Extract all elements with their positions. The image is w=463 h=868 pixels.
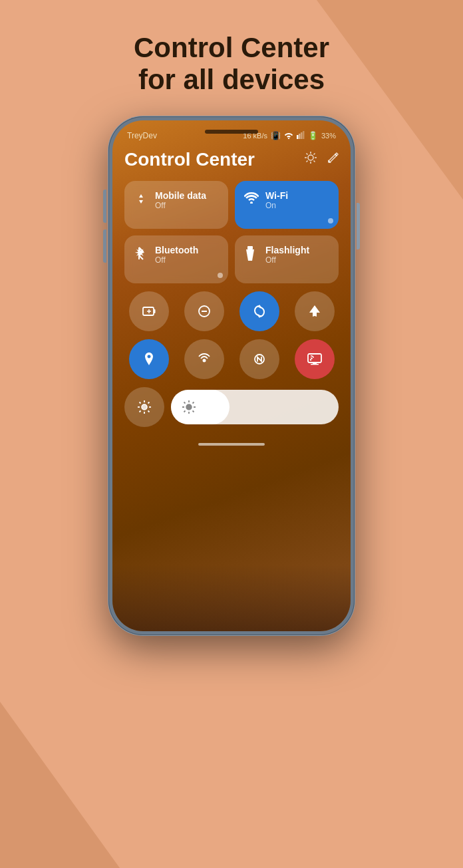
volume-up-button[interactable] bbox=[103, 190, 106, 223]
mobile-data-icon bbox=[134, 192, 148, 210]
flashlight-status: Off bbox=[265, 255, 309, 265]
wifi-tile-icon bbox=[244, 192, 259, 207]
brightness-row bbox=[124, 387, 339, 427]
speaker-grille bbox=[205, 130, 258, 134]
phone-screen: TreyDev 16 kB/s 📳 bbox=[112, 120, 351, 631]
svg-rect-3 bbox=[301, 132, 303, 139]
wifi-status-icon bbox=[284, 131, 293, 141]
svg-line-47 bbox=[184, 402, 186, 403]
phone-frame: TreyDev 16 kB/s 📳 bbox=[108, 116, 355, 635]
svg-point-33 bbox=[142, 404, 147, 410]
dnd-button[interactable] bbox=[184, 291, 224, 331]
bluetooth-icon: ✷ bbox=[134, 246, 148, 264]
svg-rect-30 bbox=[313, 362, 317, 364]
headline-line1: Control Center bbox=[134, 32, 329, 63]
wifi-corner-dot bbox=[328, 218, 333, 223]
mobile-data-tile[interactable]: Mobile data Off bbox=[124, 181, 228, 229]
svg-text:✷: ✷ bbox=[134, 246, 144, 260]
brightness-fill bbox=[171, 390, 230, 424]
wifi-label: Wi-Fi bbox=[265, 190, 288, 201]
brightness-button[interactable] bbox=[124, 387, 164, 427]
mobile-data-status: Off bbox=[155, 201, 206, 210]
svg-line-12 bbox=[314, 154, 315, 155]
nfc-button[interactable] bbox=[239, 339, 279, 379]
quick-tiles-grid: Mobile data Off bbox=[124, 181, 339, 283]
battery-saver-button[interactable] bbox=[129, 291, 169, 331]
edit-icon[interactable] bbox=[327, 152, 339, 167]
headline-line2: for all devices bbox=[138, 64, 325, 95]
cast-button[interactable] bbox=[295, 339, 335, 379]
svg-line-40 bbox=[148, 402, 150, 403]
svg-rect-18 bbox=[248, 251, 252, 253]
headline: Control Center for all devices bbox=[0, 0, 463, 116]
phone-wrapper: TreyDev 16 kB/s 📳 bbox=[0, 116, 463, 635]
phone-bottom-blur bbox=[112, 565, 351, 631]
svg-line-41 bbox=[140, 410, 141, 412]
flashlight-icon bbox=[244, 246, 259, 264]
flashlight-label: Flashlight bbox=[265, 245, 309, 255]
home-bar bbox=[198, 443, 265, 446]
bluetooth-status: Off bbox=[155, 255, 198, 265]
svg-point-32 bbox=[309, 359, 311, 360]
svg-rect-17 bbox=[247, 246, 253, 249]
svg-rect-31 bbox=[311, 364, 319, 365]
brightness-slider[interactable] bbox=[171, 390, 339, 424]
bluetooth-corner-dot bbox=[218, 273, 223, 278]
svg-line-50 bbox=[184, 410, 186, 412]
bluetooth-label: Bluetooth bbox=[155, 245, 198, 255]
carrier-label: TreyDev bbox=[127, 131, 157, 140]
svg-rect-1 bbox=[297, 135, 299, 139]
airplane-button[interactable] bbox=[295, 291, 335, 331]
power-button[interactable] bbox=[357, 203, 360, 249]
cc-title: Control Center bbox=[124, 149, 255, 170]
wifi-tile[interactable]: Wi-Fi On bbox=[235, 181, 339, 229]
svg-rect-20 bbox=[154, 309, 156, 313]
rotate-button[interactable] bbox=[239, 291, 279, 331]
cc-header: Control Center bbox=[124, 149, 339, 170]
svg-rect-29 bbox=[308, 354, 321, 362]
mobile-data-label: Mobile data bbox=[155, 190, 206, 201]
round-buttons-row1 bbox=[124, 291, 339, 331]
svg-point-5 bbox=[308, 155, 313, 160]
svg-line-39 bbox=[148, 410, 150, 412]
bg-decoration-2 bbox=[0, 702, 120, 868]
svg-point-14 bbox=[250, 202, 253, 204]
location-button[interactable] bbox=[129, 339, 169, 379]
wifi-status: On bbox=[265, 201, 288, 210]
brightness-icon-header[interactable] bbox=[304, 151, 317, 168]
svg-line-13 bbox=[307, 161, 308, 162]
svg-point-27 bbox=[202, 359, 206, 362]
volume-down-button[interactable] bbox=[103, 229, 106, 263]
svg-line-48 bbox=[193, 410, 194, 412]
svg-rect-2 bbox=[299, 134, 301, 139]
vibrate-icon: 📳 bbox=[271, 131, 281, 140]
control-center-panel: Control Center bbox=[112, 144, 351, 462]
svg-line-11 bbox=[314, 161, 315, 162]
signal-icon bbox=[297, 131, 305, 141]
battery-icon: 🔋 bbox=[308, 131, 318, 140]
svg-point-42 bbox=[186, 404, 192, 410]
svg-rect-4 bbox=[303, 131, 305, 139]
battery-percent: 33% bbox=[321, 132, 336, 140]
bluetooth-tile[interactable]: ✷ Bluetooth Off bbox=[124, 235, 228, 283]
svg-line-38 bbox=[140, 402, 141, 403]
svg-line-10 bbox=[307, 154, 308, 155]
hotspot-button[interactable] bbox=[184, 339, 224, 379]
svg-line-49 bbox=[193, 402, 194, 403]
cc-header-actions bbox=[304, 151, 339, 168]
flashlight-tile[interactable]: Flashlight Off bbox=[235, 235, 339, 283]
round-buttons-row2 bbox=[124, 339, 339, 379]
home-indicator bbox=[124, 436, 339, 448]
svg-point-0 bbox=[288, 138, 289, 139]
